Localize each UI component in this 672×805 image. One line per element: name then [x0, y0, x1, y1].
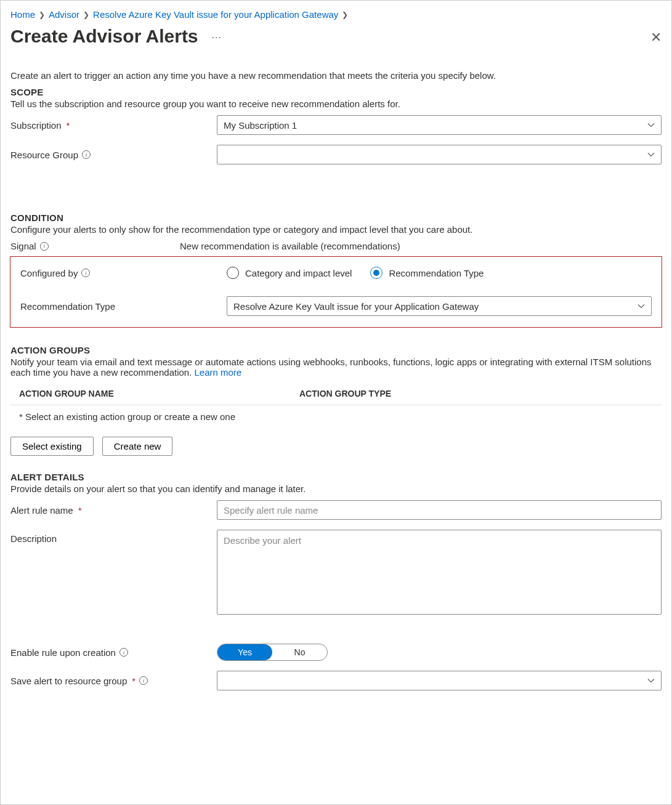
more-actions-button[interactable]: ···	[212, 32, 222, 43]
required-indicator: *	[132, 676, 136, 686]
alert-rule-name-input[interactable]	[217, 500, 662, 520]
select-existing-button[interactable]: Select existing	[10, 437, 94, 456]
close-icon[interactable]: ✕	[650, 30, 662, 46]
description-label: Description	[10, 533, 57, 544]
radio-type-label: Recommendation Type	[389, 268, 484, 278]
col-action-group-name: ACTION GROUP NAME	[19, 389, 299, 398]
section-condition-desc: Configure your alerts to only show for t…	[10, 224, 662, 235]
section-condition-heading: CONDITION	[10, 212, 662, 223]
radio-category-label: Category and impact level	[245, 268, 352, 278]
section-scope-desc: Tell us the subscription and resource gr…	[10, 99, 662, 109]
radio-recommendation-type[interactable]: Recommendation Type	[370, 267, 484, 279]
resource-group-label: Resource Group	[10, 150, 78, 160]
save-resource-group-label: Save alert to resource group	[10, 676, 127, 686]
required-indicator: *	[67, 120, 70, 131]
info-icon[interactable]: i	[139, 676, 148, 685]
configured-by-radio-group: Category and impact level Recommendation…	[227, 267, 652, 279]
save-resource-group-select[interactable]	[217, 671, 662, 690]
learn-more-link[interactable]: Learn more	[195, 367, 242, 378]
required-indicator: *	[78, 505, 82, 516]
info-icon[interactable]: i	[81, 269, 90, 277]
toggle-no[interactable]: No	[272, 644, 327, 660]
action-group-placeholder: * Select an existing action group or cre…	[10, 405, 662, 437]
description-input[interactable]	[217, 530, 662, 615]
chevron-down-icon	[647, 150, 655, 160]
enable-rule-toggle[interactable]: Yes No	[217, 644, 328, 661]
toggle-yes[interactable]: Yes	[217, 644, 272, 660]
subscription-label: Subscription	[10, 120, 62, 131]
subscription-value: My Subscription 1	[224, 120, 297, 131]
resource-group-select[interactable]	[217, 145, 662, 164]
breadcrumb-home[interactable]: Home	[10, 9, 35, 20]
section-action-groups-desc: Notify your team via email and text mess…	[10, 357, 662, 378]
section-alert-details-heading: ALERT DETAILS	[10, 472, 662, 482]
configured-by-highlight: Configured by i Category and impact leve…	[10, 256, 662, 328]
alert-rule-name-label: Alert rule name	[10, 505, 73, 516]
section-alert-details-desc: Provide details on your alert so that yo…	[10, 483, 662, 494]
chevron-down-icon	[647, 676, 655, 686]
breadcrumb-advisor[interactable]: Advisor	[49, 9, 79, 20]
col-action-group-type: ACTION GROUP TYPE	[299, 389, 653, 398]
chevron-right-icon: ❯	[342, 10, 348, 19]
info-icon[interactable]: i	[119, 648, 128, 657]
breadcrumb: Home ❯ Advisor ❯ Resolve Azure Key Vault…	[10, 9, 662, 20]
create-new-button[interactable]: Create new	[102, 437, 173, 456]
action-group-table-header: ACTION GROUP NAME ACTION GROUP TYPE	[10, 385, 662, 402]
section-scope-heading: SCOPE	[10, 87, 662, 97]
chevron-down-icon	[647, 120, 655, 131]
breadcrumb-recommendation[interactable]: Resolve Azure Key Vault issue for your A…	[93, 9, 338, 20]
signal-label: Signal	[10, 241, 36, 251]
signal-value: New recommendation is available (recomme…	[180, 241, 662, 251]
section-action-groups-heading: ACTION GROUPS	[10, 345, 662, 355]
radio-category-impact[interactable]: Category and impact level	[227, 267, 352, 279]
chevron-right-icon: ❯	[83, 10, 89, 19]
subscription-select[interactable]: My Subscription 1	[217, 115, 662, 135]
configured-by-label: Configured by	[20, 268, 78, 278]
intro-text: Create an alert to trigger an action any…	[10, 70, 662, 81]
recommendation-type-value: Resolve Azure Key Vault issue for your A…	[233, 301, 479, 312]
page-title: Create Advisor Alerts	[10, 26, 198, 47]
info-icon[interactable]: i	[40, 242, 49, 251]
chevron-down-icon	[638, 301, 645, 312]
chevron-right-icon: ❯	[39, 10, 45, 19]
info-icon[interactable]: i	[82, 150, 91, 159]
recommendation-type-label: Recommendation Type	[20, 301, 115, 312]
recommendation-type-select[interactable]: Resolve Azure Key Vault issue for your A…	[227, 296, 652, 316]
enable-rule-label: Enable rule upon creation	[10, 647, 116, 658]
